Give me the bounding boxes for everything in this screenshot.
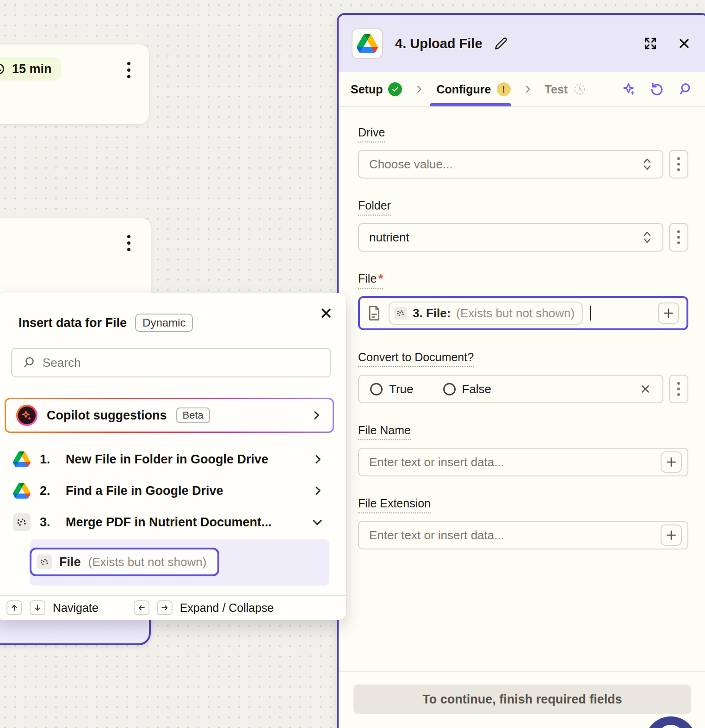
expand-icon[interactable] <box>643 36 658 51</box>
configure-warning-icon: ! <box>497 82 511 96</box>
arrow-up-button[interactable] <box>6 600 22 615</box>
file-label: File* <box>358 272 383 289</box>
mapped-file-token[interactable]: 3. File: (Exists but not shown) <box>389 302 583 325</box>
tab-configure[interactable]: Configure ! <box>436 82 510 96</box>
folder-field-group: Folder nutrient <box>358 199 688 252</box>
step-number: 1. <box>40 452 56 467</box>
chevron-right-icon <box>312 485 324 497</box>
file-extension-input[interactable]: Enter text or insert data... <box>358 521 688 549</box>
token-hint: (Exists but not shown) <box>88 555 207 569</box>
insert-data-dialog: Insert data for File Dynamic Copilot sug… <box>0 293 346 620</box>
token-name: File <box>59 555 81 569</box>
clear-selection-icon[interactable] <box>639 383 651 395</box>
radio-true[interactable]: True <box>370 382 414 396</box>
step-item-nutrient[interactable]: 3. Merge PDF in Nutrient Document... <box>5 508 334 537</box>
search-input[interactable] <box>43 356 320 370</box>
duration-badge: 15 min <box>0 57 61 80</box>
step-tabs: Setup Configure ! Test <box>339 72 705 107</box>
step-item-google-drive-1[interactable]: 1. New File in Folder in Google Drive <box>5 445 334 474</box>
nutrient-icon <box>13 513 31 531</box>
chevron-right-icon <box>312 453 324 465</box>
select-chevrons-icon <box>642 229 652 245</box>
node-menu-button[interactable] <box>127 235 130 251</box>
text-cursor <box>590 306 591 321</box>
arrow-right-button[interactable] <box>157 600 173 615</box>
file-name-label: File Name <box>358 424 411 440</box>
step-number: 3. <box>40 515 56 530</box>
step-label: Find a File in Google Drive <box>66 484 223 498</box>
token-prefix: 3. File: <box>413 306 451 321</box>
step-number: 2. <box>40 484 56 498</box>
convert-field-menu-button[interactable] <box>669 375 688 403</box>
file-input[interactable]: 3. File: (Exists but not shown) <box>358 296 688 330</box>
file-data-token[interactable]: File (Exists but not shown) <box>30 548 219 576</box>
nutrient-icon <box>37 555 52 569</box>
close-icon[interactable] <box>677 37 691 50</box>
insert-data-button[interactable] <box>661 524 682 546</box>
chevron-right-icon <box>414 84 424 94</box>
chevron-right-icon <box>310 409 322 421</box>
undo-refresh-icon[interactable] <box>649 82 664 97</box>
panel-footer: To continue, finish required fields <box>339 671 705 714</box>
dialog-footer: Navigate Expand / Collapse <box>0 595 346 620</box>
nutrient-icon <box>394 307 407 320</box>
duration-label: 15 min <box>12 62 52 76</box>
drive-select[interactable]: Choose value... <box>358 150 663 179</box>
required-asterisk: * <box>378 272 383 285</box>
configure-form: Drive Choose value... Folder nutrient <box>339 107 705 549</box>
drive-label: Drive <box>358 126 385 142</box>
step-label: New File in Folder in Google Drive <box>66 452 268 467</box>
convert-radio-field: True False <box>358 375 663 403</box>
arrow-down-button[interactable] <box>30 600 45 615</box>
folder-select[interactable]: nutrient <box>358 223 663 252</box>
step-title: 4. Upload File <box>395 36 482 51</box>
convert-label: Convert to Document? <box>358 351 474 367</box>
file-name-input[interactable]: Enter text or insert data... <box>358 448 688 476</box>
select-chevrons-icon <box>642 156 652 172</box>
copilot-icon <box>16 405 37 426</box>
close-icon[interactable] <box>319 306 333 320</box>
dynamic-badge: Dynamic <box>135 314 193 332</box>
dialog-title: Insert data for File <box>19 316 127 330</box>
clock-icon <box>0 63 5 75</box>
workflow-node-card[interactable]: 15 min <box>0 44 149 124</box>
navigate-label: Navigate <box>53 601 99 615</box>
chevron-down-icon <box>311 516 324 529</box>
file-extension-field-group: File Extension Enter text or insert data… <box>358 497 688 549</box>
insert-data-button[interactable] <box>661 451 682 473</box>
file-extension-label: File Extension <box>358 497 431 513</box>
google-drive-app-icon <box>352 28 383 59</box>
search-icon <box>22 356 35 369</box>
radio-circle-icon[interactable] <box>370 383 383 395</box>
folder-label: Folder <box>358 199 391 216</box>
arrow-left-button[interactable] <box>134 600 149 615</box>
chevron-right-icon <box>523 84 533 94</box>
beta-badge: Beta <box>176 407 210 423</box>
search-input-container[interactable] <box>11 348 331 377</box>
panel-header: 4. Upload File <box>339 15 705 72</box>
tab-test[interactable]: Test <box>545 83 587 96</box>
expand-collapse-label: Expand / Collapse <box>180 601 274 615</box>
tab-setup[interactable]: Setup <box>351 82 402 96</box>
step-item-google-drive-2[interactable]: 2. Find a File in Google Drive <box>5 476 334 505</box>
copilot-fab-button[interactable] <box>645 716 697 728</box>
copilot-label: Copilot suggestions <box>47 408 167 423</box>
document-icon <box>367 305 381 321</box>
drive-field-menu-button[interactable] <box>669 150 688 179</box>
continue-button-disabled[interactable]: To continue, finish required fields <box>353 685 691 714</box>
file-field-group: File* 3. File: (Exists but not shown) <box>358 272 688 330</box>
insert-data-button[interactable] <box>658 302 679 324</box>
google-drive-icon <box>13 483 31 499</box>
ai-sparkle-icon[interactable] <box>622 82 637 97</box>
search-icon[interactable] <box>677 82 692 97</box>
folder-field-menu-button[interactable] <box>669 223 688 252</box>
copilot-suggestions-row[interactable]: Copilot suggestions Beta <box>5 398 334 433</box>
test-pending-timer-icon <box>573 83 586 96</box>
token-hint: (Exists but not shown) <box>456 306 575 321</box>
edit-pencil-icon[interactable] <box>495 37 507 50</box>
step-label: Merge PDF in Nutrient Document... <box>66 515 272 530</box>
radio-false[interactable]: False <box>443 382 492 396</box>
node-menu-button[interactable] <box>127 62 130 78</box>
radio-circle-icon[interactable] <box>443 383 456 395</box>
step-configure-panel: 4. Upload File Setup Configure ! <box>337 13 705 728</box>
